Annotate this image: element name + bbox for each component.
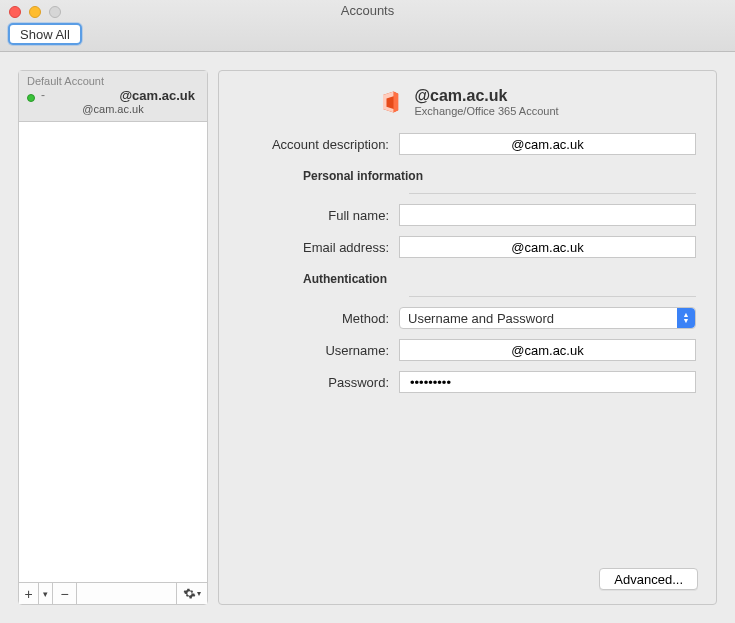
default-account-label: Default Account	[27, 75, 199, 87]
account-name: @cam.ac.uk	[51, 88, 199, 103]
status-indicator-icon	[27, 94, 35, 102]
account-description-input[interactable]	[399, 133, 696, 155]
method-value: Username and Password	[408, 311, 554, 326]
account-header: @cam.ac.uk Exchange/Office 365 Account	[239, 87, 696, 117]
method-label: Method:	[239, 311, 399, 326]
account-title: @cam.ac.uk	[414, 87, 558, 105]
select-arrows-icon: ▲▼	[677, 308, 695, 328]
accounts-sidebar: Default Account - @cam.ac.uk @cam.ac.uk …	[18, 70, 208, 605]
advanced-button[interactable]: Advanced...	[599, 568, 698, 590]
full-name-input[interactable]	[399, 204, 696, 226]
remove-account-button[interactable]: −	[53, 583, 77, 604]
account-description-label: Account description:	[239, 137, 399, 152]
chevron-down-icon: ▾	[197, 589, 201, 598]
username-input[interactable]	[399, 339, 696, 361]
password-label: Password:	[239, 375, 399, 390]
personal-info-header: Personal information	[239, 169, 696, 183]
account-subtitle: Exchange/Office 365 Account	[414, 105, 558, 117]
window-title: Accounts	[0, 3, 735, 18]
accounts-list	[19, 122, 207, 582]
office-icon	[376, 88, 404, 116]
email-address-label: Email address:	[239, 240, 399, 255]
gear-icon	[183, 587, 196, 600]
titlebar: Accounts Show All	[0, 0, 735, 52]
sidebar-footer: + ▾ − ▾	[19, 582, 207, 604]
method-select[interactable]: Username and Password ▲▼	[399, 307, 696, 329]
account-email: @cam.ac.uk	[27, 103, 199, 115]
username-label: Username:	[239, 343, 399, 358]
settings-gear-button[interactable]: ▾	[177, 583, 207, 604]
show-all-button[interactable]: Show All	[8, 23, 82, 45]
account-detail-panel: @cam.ac.uk Exchange/Office 365 Account A…	[218, 70, 717, 605]
authentication-header: Authentication	[239, 272, 696, 286]
add-dropdown-button[interactable]: ▾	[39, 583, 53, 604]
add-account-button[interactable]: +	[19, 583, 39, 604]
full-name-label: Full name:	[239, 208, 399, 223]
sidebar-account-item[interactable]: Default Account - @cam.ac.uk @cam.ac.uk	[19, 71, 207, 122]
email-address-input[interactable]	[399, 236, 696, 258]
password-input[interactable]	[399, 371, 696, 393]
